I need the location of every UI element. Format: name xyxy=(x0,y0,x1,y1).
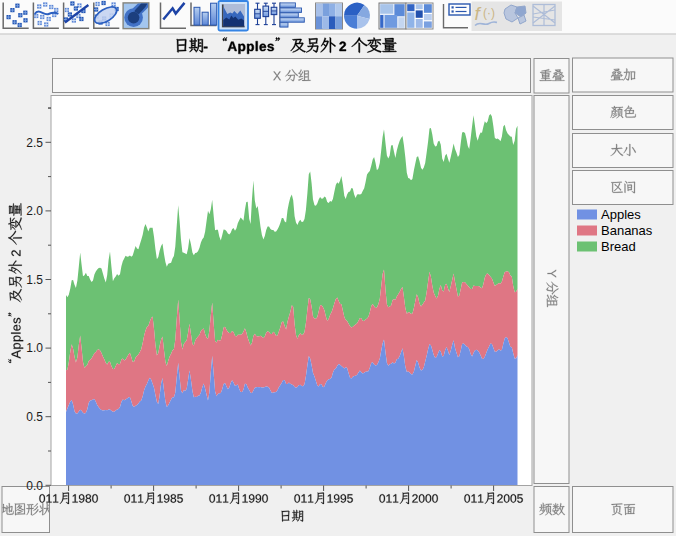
svg-text:(·): (·) xyxy=(483,6,495,20)
svg-text:Bananas: Bananas xyxy=(601,223,653,238)
svg-text:2.0: 2.0 xyxy=(26,204,43,218)
svg-text:0.5: 0.5 xyxy=(26,410,43,424)
svg-text:2.5: 2.5 xyxy=(26,136,43,150)
svg-text:1.5: 1.5 xyxy=(26,273,43,287)
svg-text:Bread: Bread xyxy=(601,239,636,254)
svg-text:1.0: 1.0 xyxy=(26,341,43,355)
svg-text:0.0: 0.0 xyxy=(26,479,43,493)
svg-text:Apples: Apples xyxy=(601,207,641,222)
